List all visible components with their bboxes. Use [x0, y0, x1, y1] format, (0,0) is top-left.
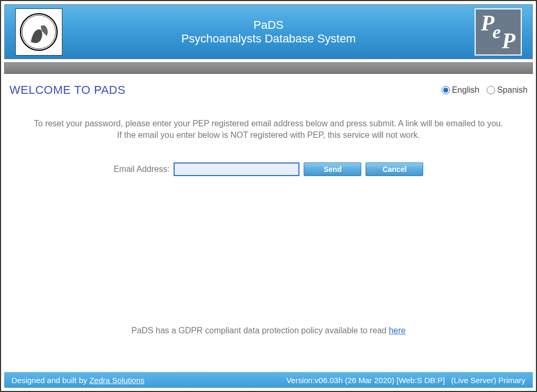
email-label: Email Address: [114, 165, 170, 174]
header-banner: PaDS Psychoanalysts Database System P e … [4, 4, 533, 59]
freud-seal-icon [19, 12, 59, 52]
footer-bar: Designed and built by Zedra Solutions Ve… [4, 372, 533, 388]
send-button[interactable]: Send [304, 162, 361, 176]
footer-server: (Live Server) Primary [451, 376, 525, 385]
org-logo-left [15, 8, 62, 56]
footer-credit: Designed and built by Zedra Solutions [12, 376, 145, 385]
lang-label-english: English [452, 85, 479, 95]
page-title: WELCOME TO PADS [9, 83, 125, 97]
lang-radio-spanish[interactable] [487, 86, 495, 94]
instruction-line1: To reset your password, please enter you… [9, 118, 528, 129]
language-selector: English Spanish [442, 85, 528, 95]
main-content: WELCOME TO PADS English Spanish To reset… [4, 74, 533, 372]
reset-form: Email Address: Send Cancel [9, 162, 528, 176]
lang-radio-english[interactable] [442, 86, 450, 94]
pep-logo-right: P e P [475, 8, 522, 56]
footer-credit-prefix: Designed and built by [12, 376, 89, 385]
menu-bar [4, 62, 533, 74]
lang-option-spanish[interactable]: Spanish [487, 85, 528, 95]
email-field[interactable] [174, 162, 299, 176]
instruction-line2: If the email you enter below is NOT regi… [9, 129, 528, 141]
footer-credit-link[interactable]: Zedra Solutions [89, 376, 144, 385]
header-title-line2: Psychoanalysts Database System [62, 32, 475, 46]
lang-label-spanish: Spanish [497, 85, 528, 95]
gdpr-text: PaDS has a GDPR compliant data protectio… [132, 326, 389, 335]
header-title: PaDS Psychoanalysts Database System [62, 18, 475, 46]
lang-option-english[interactable]: English [442, 85, 479, 95]
header-title-line1: PaDS [62, 18, 475, 32]
gdpr-link[interactable]: here [389, 326, 405, 335]
footer-version: Version:v06.03h (26 Mar 2020) [Web:S DB:… [286, 376, 445, 385]
gdpr-notice: PaDS has a GDPR compliant data protectio… [9, 326, 528, 335]
cancel-button[interactable]: Cancel [366, 162, 423, 176]
instruction-text: To reset your password, please enter you… [9, 118, 528, 141]
